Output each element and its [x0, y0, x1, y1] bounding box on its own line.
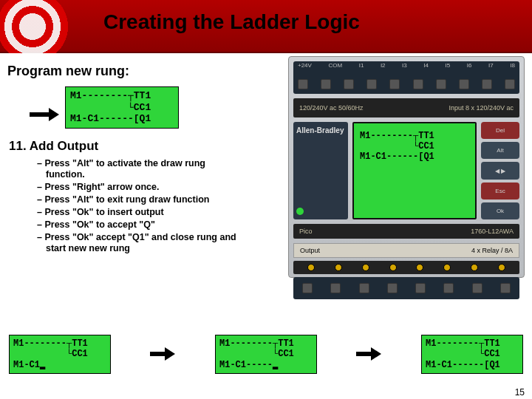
plc-model-strip: Pico 1760-L12AWA [293, 224, 519, 239]
lamp-icon [498, 264, 505, 271]
screw-terminal-icon [505, 79, 515, 89]
alt-button[interactable]: Alt [481, 142, 519, 159]
output-label-left: Output [300, 247, 320, 254]
screw-terminal-icon [321, 79, 331, 89]
content-area: Program new rung: M1--------┬TT1 └CC1 M1… [7, 64, 525, 387]
instruction-item: Press "Right" arrow once. [37, 182, 244, 193]
terminal-label: COM [328, 62, 342, 69]
lamp-icon [416, 264, 423, 271]
sequence-row: M1--------┬TT1 └CC1 M1-C1▂ M1--------┬TT… [7, 335, 525, 374]
instruction-item: Press "Ok" accept "Q1" and close rung an… [37, 232, 244, 254]
nav-arrows-button[interactable]: ◀ ▶ [481, 162, 519, 179]
terminal-label: I7 [488, 62, 494, 69]
model-name: Pico [299, 228, 313, 235]
plc-output-strip: Output 4 x Relay / 8A [293, 243, 519, 258]
screw-terminal-icon [387, 283, 398, 293]
brand-logo: Allen-Bradley [296, 126, 345, 134]
screw-terminal-icon [359, 283, 369, 293]
lamp-icon [307, 264, 315, 271]
ok-button[interactable]: Ok [481, 202, 519, 219]
slide-title: Creating the Ladder Logic [103, 10, 360, 34]
terminal-label: I2 [381, 62, 386, 69]
del-button[interactable]: Del [481, 122, 519, 139]
screw-terminal-icon [298, 79, 308, 89]
screw-terminal-icon [330, 283, 341, 293]
screw-terminal-icon [472, 283, 482, 293]
lcd-step-2: M1--------┬TT1 └CC1 M1-C1-----▂ [215, 335, 317, 374]
terminal-label: I4 [423, 62, 429, 69]
title-banner: Creating the Ladder Logic [0, 0, 532, 53]
lcd-example-top: M1--------┬TT1 └CC1 M1-C1------[Q1 [65, 86, 179, 129]
plc-lamp-band [293, 261, 519, 274]
plc-top-terminals: +24V COM I1 I2 I3 I4 I5 I6 I7 I8 [293, 61, 519, 94]
screw-terminal-icon [302, 283, 313, 293]
lcd-step-1: M1--------┬TT1 └CC1 M1-C1▂ [9, 335, 111, 374]
arrow-right-icon [30, 109, 61, 120]
screw-terminal-icon [500, 283, 511, 293]
strip-label-right: Input 8 x 120/240V ac [449, 104, 514, 112]
page-number: 15 [515, 387, 525, 398]
run-led-icon [296, 208, 304, 215]
screw-terminal-icon [415, 283, 426, 293]
lamp-icon [471, 264, 478, 271]
lamp-icon [335, 264, 342, 271]
lcd-step-3: M1--------┬TT1 └CC1 M1-C1------[Q1 [421, 335, 523, 374]
plc-button-column: Del Alt ◀ ▶ Esc Ok [481, 122, 519, 219]
screw-terminal-icon [436, 79, 446, 89]
terminal-label: I3 [402, 62, 407, 69]
screw-terminal-icon [344, 79, 354, 89]
screw-terminal-icon [366, 79, 377, 89]
terminal-label: +24V [298, 62, 312, 69]
terminal-label: I8 [510, 62, 515, 69]
strip-label-left: 120/240V ac 50/60Hz [299, 104, 364, 112]
lamp-icon [362, 264, 369, 271]
lamp-icon [389, 264, 397, 271]
plc-bottom-terminals [293, 277, 519, 299]
esc-button[interactable]: Esc [481, 183, 519, 200]
screw-terminal-icon [413, 79, 423, 89]
terminal-label: I5 [446, 62, 451, 69]
screw-terminal-icon [389, 79, 400, 89]
plc-brand-panel: Allen-Bradley [293, 122, 348, 219]
output-label-right: 4 x Relay / 8A [471, 247, 513, 254]
plc-lcd-screen: M1--------┬TT1 └CC1 M1-C1------[Q1 [352, 122, 477, 219]
arrow-right-icon [356, 349, 383, 359]
terminal-label: I1 [359, 62, 364, 69]
screw-terminal-icon [443, 283, 454, 293]
plc-input-strip: 120/240V ac 50/60Hz Input 8 x 120/240V a… [293, 98, 519, 117]
instruction-item: Press "Alt" to exit rung draw function [37, 194, 244, 205]
instruction-list: Press "Alt" to activate the draw rung fu… [37, 158, 244, 254]
instruction-item: Press "Ok" to insert output [37, 207, 244, 218]
model-number: 1760-L12AWA [471, 228, 514, 235]
terminal-label: I6 [467, 62, 472, 69]
screw-terminal-icon [459, 79, 469, 89]
instruction-item: Press "Ok" to accept "Q" [37, 219, 244, 231]
instruction-item: Press "Alt" to activate the draw rung fu… [37, 158, 244, 180]
arrow-right-icon [150, 349, 177, 359]
screw-terminal-icon [482, 79, 492, 89]
plc-device: +24V COM I1 I2 I3 I4 I5 I6 I7 I8 120/240… [288, 56, 525, 278]
lamp-icon [443, 264, 451, 271]
